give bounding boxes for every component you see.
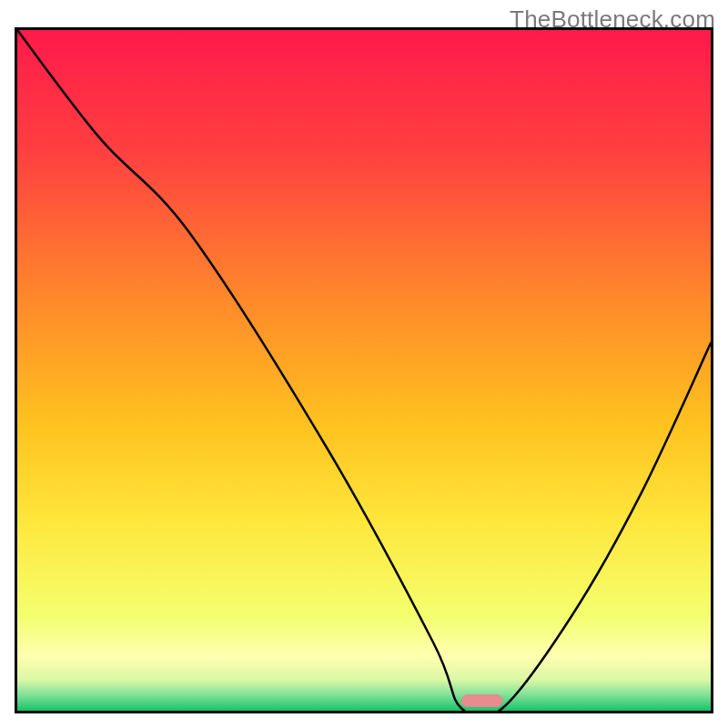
gradient-background (17, 30, 711, 711)
marker-layer (461, 694, 503, 707)
chart-stage: TheBottleneck.com (0, 0, 728, 728)
chart-frame (15, 27, 713, 713)
bottleneck-plot (17, 30, 711, 711)
optimal-marker (461, 694, 503, 707)
watermark-text: TheBottleneck.com (510, 5, 715, 34)
